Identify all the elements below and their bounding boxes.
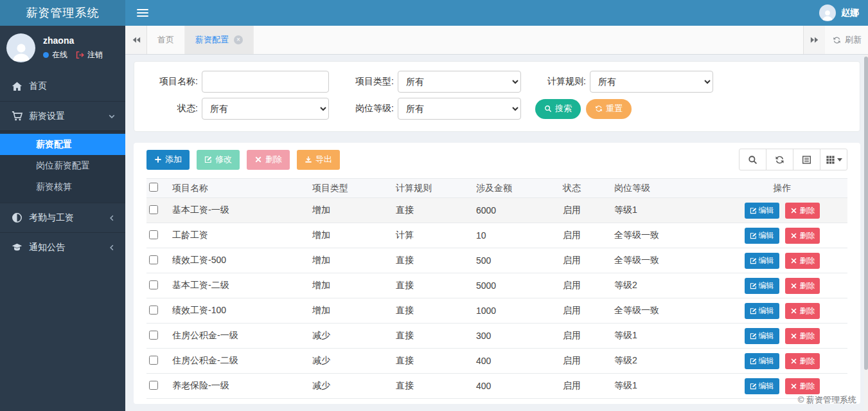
table-columns-button[interactable] bbox=[820, 149, 847, 170]
tabs-scroll-back-button[interactable] bbox=[125, 26, 147, 54]
project-type-select[interactable]: 所有 bbox=[398, 71, 521, 93]
cell-project-name: 养老保险-一级 bbox=[168, 380, 308, 392]
table-row[interactable]: 住房公积金-一级 减少 直接 300 启用 等级1 编辑 删除 bbox=[146, 324, 847, 349]
user-name: zhaona bbox=[43, 35, 103, 46]
tab-label: 首页 bbox=[157, 34, 174, 46]
row-delete-button[interactable]: 删除 bbox=[785, 203, 820, 219]
sidebar-item-notices[interactable]: 通知公告 bbox=[0, 232, 125, 262]
cell-project-name: 住房公积金-一级 bbox=[168, 330, 308, 342]
sidebar-item-label: 考勤与工资 bbox=[29, 212, 74, 224]
row-edit-button[interactable]: 编辑 bbox=[745, 253, 779, 269]
delete-button[interactable]: 删除 bbox=[247, 150, 290, 170]
row-checkbox[interactable] bbox=[149, 381, 158, 390]
row-edit-button[interactable]: 编辑 bbox=[745, 353, 779, 369]
row-edit-button[interactable]: 编辑 bbox=[745, 328, 779, 344]
x-icon bbox=[254, 156, 262, 163]
cell-amount: 10 bbox=[472, 230, 559, 241]
cell-actions: 编辑 删除 bbox=[713, 203, 847, 219]
edit-icon bbox=[750, 307, 757, 315]
sidebar-item-attendance-wages[interactable]: 考勤与工资 bbox=[0, 203, 125, 232]
tab-home[interactable]: 首页 bbox=[147, 26, 185, 54]
sidebar-item-salary-accounting[interactable]: 薪资核算 bbox=[0, 176, 125, 197]
calc-rule-select[interactable]: 所有 bbox=[590, 71, 713, 93]
table-search-button[interactable] bbox=[739, 149, 766, 170]
row-checkbox[interactable] bbox=[149, 331, 158, 340]
refresh-tab-button[interactable]: 刷新 bbox=[825, 26, 868, 54]
row-delete-button[interactable]: 删除 bbox=[785, 253, 820, 269]
status-select[interactable]: 所有 bbox=[202, 98, 329, 120]
row-checkbox[interactable] bbox=[149, 306, 158, 315]
row-checkbox[interactable] bbox=[149, 230, 158, 239]
table-refresh-button[interactable] bbox=[766, 149, 793, 170]
row-delete-button[interactable]: 删除 bbox=[785, 228, 820, 244]
hamburger-menu-icon[interactable] bbox=[137, 7, 148, 19]
submenu-item-label: 薪资核算 bbox=[36, 181, 72, 193]
row-checkbox[interactable] bbox=[149, 205, 158, 214]
row-edit-button[interactable]: 编辑 bbox=[745, 228, 779, 244]
refresh-icon bbox=[833, 36, 841, 44]
content-area: 项目名称: 项目类型: 所有 计算规则: 所有 bbox=[125, 55, 868, 411]
logout-link[interactable]: 注销 bbox=[87, 50, 103, 60]
cell-amount: 400 bbox=[472, 381, 559, 391]
row-delete-button[interactable]: 删除 bbox=[785, 378, 820, 394]
sidebar-item-post-salary-config[interactable]: 岗位薪资配置 bbox=[0, 155, 125, 176]
row-checkbox[interactable] bbox=[149, 356, 158, 365]
cell-amount: 1000 bbox=[472, 306, 559, 316]
select-all-checkbox[interactable] bbox=[149, 183, 158, 192]
row-checkbox[interactable] bbox=[149, 280, 158, 289]
column-header: 计算规则 bbox=[392, 183, 472, 194]
table-detail-view-button[interactable] bbox=[793, 149, 820, 170]
edit-button[interactable]: 修改 bbox=[197, 150, 240, 170]
table-view-options bbox=[739, 149, 847, 170]
cell-project-type: 增加 bbox=[308, 255, 392, 266]
row-edit-button[interactable]: 编辑 bbox=[745, 303, 779, 319]
row-delete-button[interactable]: 删除 bbox=[785, 303, 820, 319]
sidebar-item-salary-config[interactable]: 薪资配置 bbox=[0, 134, 125, 155]
x-icon bbox=[790, 232, 797, 239]
field-label: 项目名称: bbox=[147, 76, 202, 87]
row-edit-button[interactable]: 编辑 bbox=[745, 203, 779, 219]
row-edit-button[interactable]: 编辑 bbox=[745, 278, 779, 294]
sidebar-item-salary-settings[interactable]: 薪资设置 bbox=[0, 101, 125, 131]
x-icon bbox=[790, 333, 797, 340]
cell-amount: 400 bbox=[472, 356, 559, 366]
export-button[interactable]: 导出 bbox=[297, 150, 340, 170]
table-row[interactable]: 绩效工资-500 增加 直接 500 启用 全等级一致 编辑 删除 bbox=[146, 248, 847, 273]
table-row[interactable]: 基本工资-一级 增加 直接 6000 启用 等级1 编辑 删除 bbox=[146, 198, 847, 223]
x-icon bbox=[790, 383, 797, 390]
navbar-user[interactable]: 赵娜 bbox=[819, 5, 859, 21]
row-edit-button[interactable]: 编辑 bbox=[745, 378, 779, 394]
tab-salary-config[interactable]: 薪资配置 × bbox=[185, 26, 254, 54]
cell-calc-rule: 直接 bbox=[392, 205, 472, 216]
cell-status: 启用 bbox=[559, 230, 610, 241]
avatar bbox=[6, 33, 35, 62]
project-name-input[interactable] bbox=[202, 71, 329, 93]
x-icon bbox=[790, 257, 797, 264]
field-label: 项目类型: bbox=[343, 76, 398, 87]
scrollbar-thumb[interactable] bbox=[864, 57, 868, 370]
close-icon[interactable]: × bbox=[234, 35, 243, 44]
tabs-scroll-forward-button[interactable] bbox=[803, 26, 825, 54]
table-row[interactable]: 住房公积金-二级 减少 直接 400 启用 等级2 编辑 删除 bbox=[146, 349, 847, 374]
sign-out-icon bbox=[76, 51, 84, 59]
edit-icon bbox=[750, 383, 757, 390]
sidebar-item-home[interactable]: 首页 bbox=[0, 71, 125, 101]
reset-button[interactable]: 重置 bbox=[586, 99, 632, 119]
search-button[interactable]: 搜索 bbox=[535, 99, 581, 119]
row-delete-button[interactable]: 删除 bbox=[785, 278, 820, 294]
cell-actions: 编辑 删除 bbox=[713, 353, 847, 369]
table-row[interactable]: 养老保险-一级 减少 直接 400 启用 等级1 编辑 删除 bbox=[146, 374, 847, 399]
table-row[interactable]: 绩效工资-100 增加 直接 1000 启用 全等级一致 编辑 删除 bbox=[146, 298, 847, 324]
adjust-icon bbox=[12, 212, 22, 223]
cell-status: 启用 bbox=[559, 355, 610, 367]
cell-project-name: 绩效工资-500 bbox=[168, 255, 308, 266]
submenu-item-label: 岗位薪资配置 bbox=[36, 160, 90, 172]
post-grade-select[interactable]: 所有 bbox=[398, 98, 521, 120]
add-button[interactable]: 添加 bbox=[146, 150, 190, 170]
row-checkbox[interactable] bbox=[149, 255, 158, 264]
sidebar-item-label: 首页 bbox=[29, 80, 47, 92]
row-delete-button[interactable]: 删除 bbox=[785, 353, 820, 369]
table-row[interactable]: 基本工资-二级 增加 直接 5000 启用 等级2 编辑 删除 bbox=[146, 273, 847, 298]
table-row[interactable]: 工龄工资 增加 计算 10 启用 全等级一致 编辑 删除 bbox=[146, 223, 847, 248]
row-delete-button[interactable]: 删除 bbox=[785, 328, 820, 344]
